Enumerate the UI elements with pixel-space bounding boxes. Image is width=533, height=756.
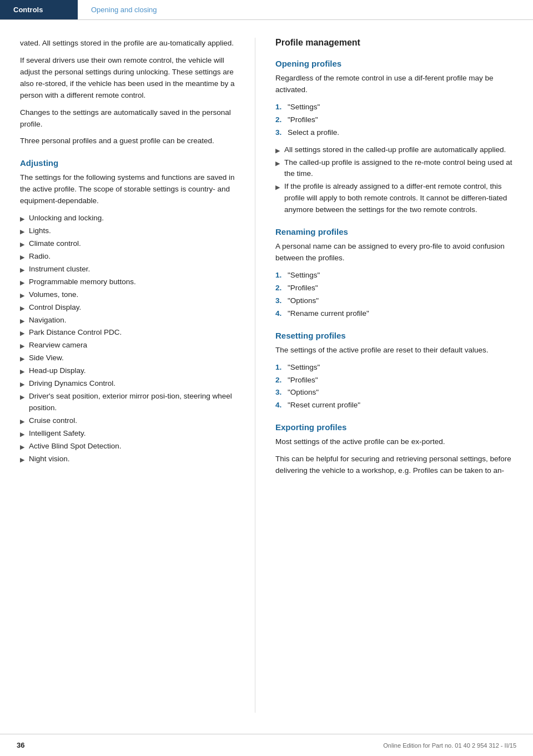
- list-item: ▶Night vision.: [20, 453, 237, 465]
- adjusting-intro: The settings for the following systems a…: [20, 172, 237, 207]
- step-number: 1.: [275, 362, 288, 374]
- step-number: 4.: [275, 308, 288, 320]
- step-number: 2.: [275, 283, 288, 294]
- opening-profiles-intro: Regardless of the remote control in use …: [275, 73, 515, 96]
- list-item: ▶Instrument cluster.: [20, 264, 237, 275]
- resetting-profiles-steps: 1."Settings"2."Profiles"3."Options"4."Re…: [275, 362, 515, 412]
- arrow-icon: ▶: [20, 227, 24, 236]
- arrow-icon: ▶: [20, 417, 24, 426]
- content-area: vated. All settings stored in the profil…: [0, 20, 533, 730]
- opening-profiles-bullets: ▶All settings stored in the called-up pr…: [275, 144, 515, 216]
- arrow-icon: ▶: [20, 392, 24, 402]
- list-item: ▶Programmable memory buttons.: [20, 276, 237, 288]
- left-column: vated. All settings stored in the profil…: [0, 38, 255, 713]
- arrow-icon: ▶: [20, 380, 24, 389]
- list-item: 1."Settings": [275, 362, 515, 374]
- list-item: ▶Side View.: [20, 352, 237, 364]
- intro-para-4: Three personal profiles and a guest prof…: [20, 135, 237, 147]
- list-item: ▶Climate control.: [20, 238, 237, 250]
- arrow-icon: ▶: [20, 341, 24, 351]
- renaming-profiles-intro: A personal name can be assigned to every…: [275, 241, 515, 264]
- arrow-icon: ▶: [20, 278, 24, 288]
- exporting-profiles-para2: This can be helpful for securing and ret…: [275, 453, 515, 477]
- list-item: 2."Profiles": [275, 114, 515, 126]
- footer: 36 Online Edition for Part no. 01 40 2 9…: [0, 734, 533, 756]
- resetting-profiles-intro: The settings of the active profile are r…: [275, 345, 515, 356]
- arrow-icon: ▶: [20, 354, 24, 364]
- step-number: 2.: [275, 375, 288, 386]
- intro-para-2: If several drivers use their own remote …: [20, 55, 237, 102]
- arrow-icon: ▶: [20, 329, 24, 338]
- profile-management-title: Profile management: [275, 38, 515, 48]
- page-number: 36: [17, 741, 24, 749]
- arrow-icon: ▶: [275, 183, 280, 192]
- renaming-profiles-steps: 1."Settings"2."Profiles"3."Options"4."Re…: [275, 270, 515, 320]
- intro-para-3: Changes to the settings are automaticall…: [20, 107, 237, 130]
- step-number: 3.: [275, 387, 288, 399]
- controls-label: Controls: [13, 6, 43, 14]
- arrow-icon: ▶: [20, 455, 24, 465]
- list-item: 4."Rename current profile": [275, 308, 515, 320]
- resetting-profiles-title: Resetting profiles: [275, 331, 515, 340]
- exporting-profiles-intro: Most settings of the active profile can …: [275, 436, 515, 448]
- list-item: ▶Radio.: [20, 251, 237, 263]
- list-item: ▶If the profile is already assigned to a…: [275, 181, 515, 216]
- arrow-icon: ▶: [20, 240, 24, 249]
- list-item: 2."Profiles": [275, 283, 515, 294]
- adjusting-bullet-list: ▶Unlocking and locking.▶Lights.▶Climate …: [20, 213, 237, 465]
- list-item: ▶The called-up profile is assigned to th…: [275, 157, 515, 180]
- footer-text: Online Edition for Part no. 01 40 2 954 …: [383, 742, 516, 749]
- list-item: ▶Park Distance Control PDC.: [20, 327, 237, 339]
- list-item: ▶Control Display.: [20, 302, 237, 314]
- list-item: 4."Reset current profile": [275, 400, 515, 411]
- list-item: ▶All settings stored in the called-up pr…: [275, 144, 515, 156]
- section-label: Opening and closing: [91, 6, 157, 14]
- arrow-icon: ▶: [275, 146, 280, 155]
- step-number: 3.: [275, 127, 288, 139]
- step-number: 2.: [275, 114, 288, 126]
- arrow-icon: ▶: [20, 291, 24, 300]
- list-item: ▶Rearview camera: [20, 340, 237, 351]
- header-controls-label: Controls: [0, 0, 78, 19]
- step-number: 3.: [275, 295, 288, 307]
- header-section-label: Opening and closing: [78, 0, 170, 19]
- header: Controls Opening and closing: [0, 0, 533, 20]
- step-number: 1.: [275, 102, 288, 113]
- step-number: 1.: [275, 270, 288, 281]
- list-item: 2."Profiles": [275, 375, 515, 386]
- list-item: ▶Intelligent Safety.: [20, 428, 237, 440]
- list-item: ▶Volumes, tone.: [20, 289, 237, 301]
- list-item: 3.Select a profile.: [275, 127, 515, 139]
- list-item: ▶Head-up Display.: [20, 365, 237, 377]
- exporting-profiles-title: Exporting profiles: [275, 422, 515, 432]
- opening-profiles-steps: 1."Settings"2."Profiles"3.Select a profi…: [275, 102, 515, 139]
- right-column: Profile management Opening profiles Rega…: [255, 38, 533, 713]
- list-item: ▶Driving Dynamics Control.: [20, 378, 237, 390]
- arrow-icon: ▶: [20, 316, 24, 326]
- list-item: ▶Cruise control.: [20, 415, 237, 427]
- renaming-profiles-title: Renaming profiles: [275, 227, 515, 236]
- arrow-icon: ▶: [20, 265, 24, 275]
- arrow-icon: ▶: [20, 253, 24, 262]
- list-item: ▶Unlocking and locking.: [20, 213, 237, 224]
- list-item: ▶Active Blind Spot Detection.: [20, 441, 237, 452]
- list-item: 1."Settings": [275, 102, 515, 113]
- arrow-icon: ▶: [20, 304, 24, 313]
- list-item: ▶Lights.: [20, 225, 237, 237]
- list-item: 3."Options": [275, 387, 515, 399]
- list-item: ▶Driver's seat position, exterior mirror…: [20, 391, 237, 414]
- arrow-icon: ▶: [275, 159, 280, 168]
- arrow-icon: ▶: [20, 442, 24, 452]
- arrow-icon: ▶: [20, 214, 24, 224]
- step-number: 4.: [275, 400, 288, 411]
- list-item: 3."Options": [275, 295, 515, 307]
- arrow-icon: ▶: [20, 430, 24, 439]
- list-item: 1."Settings": [275, 270, 515, 281]
- adjusting-title: Adjusting: [20, 158, 237, 168]
- opening-profiles-title: Opening profiles: [275, 59, 515, 68]
- list-item: ▶Navigation.: [20, 315, 237, 326]
- arrow-icon: ▶: [20, 367, 24, 376]
- intro-para-1: vated. All settings stored in the profil…: [20, 38, 237, 49]
